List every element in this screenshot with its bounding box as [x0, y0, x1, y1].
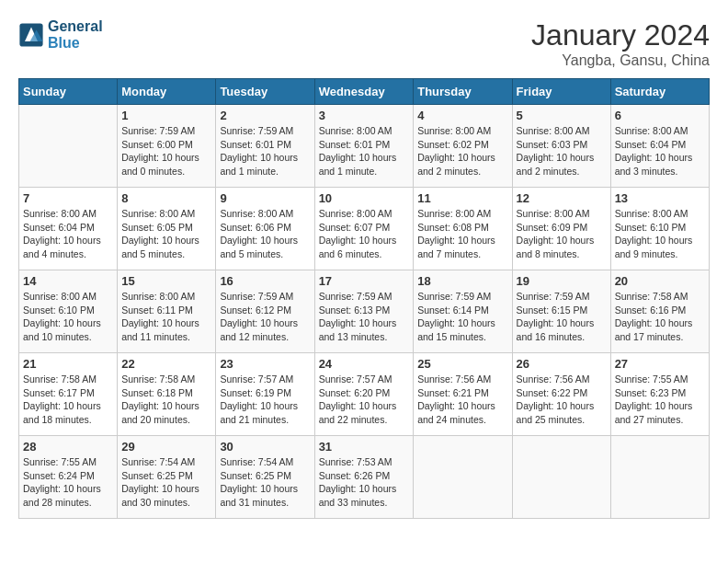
calendar-cell: 28Sunrise: 7:55 AM Sunset: 6:24 PM Dayli… — [19, 436, 118, 519]
day-info: Sunrise: 7:58 AM Sunset: 6:18 PM Dayligh… — [121, 373, 211, 427]
calendar-cell: 11Sunrise: 8:00 AM Sunset: 6:08 PM Dayli… — [414, 188, 512, 270]
day-info: Sunrise: 7:57 AM Sunset: 6:20 PM Dayligh… — [319, 373, 410, 427]
day-info: Sunrise: 8:00 AM Sunset: 6:10 PM Dayligh… — [23, 290, 113, 344]
day-number: 11 — [417, 191, 507, 205]
header-saturday: Saturday — [610, 79, 709, 105]
day-number: 23 — [220, 357, 310, 371]
day-number: 1 — [121, 109, 211, 122]
day-number: 7 — [23, 191, 113, 205]
day-number: 14 — [23, 274, 113, 288]
day-number: 15 — [121, 274, 211, 288]
calendar-cell: 7Sunrise: 8:00 AM Sunset: 6:04 PM Daylig… — [19, 188, 118, 270]
day-number: 18 — [417, 274, 507, 288]
day-info: Sunrise: 7:59 AM Sunset: 6:13 PM Dayligh… — [319, 290, 410, 344]
calendar-cell: 14Sunrise: 8:00 AM Sunset: 6:10 PM Dayli… — [19, 270, 118, 353]
calendar-cell: 22Sunrise: 7:58 AM Sunset: 6:18 PM Dayli… — [118, 353, 216, 436]
day-info: Sunrise: 7:59 AM Sunset: 6:00 PM Dayligh… — [121, 124, 211, 178]
day-number: 26 — [517, 357, 607, 371]
calendar-subtitle: Yangba, Gansu, China — [531, 52, 710, 69]
week-row-4: 21Sunrise: 7:58 AM Sunset: 6:17 PM Dayli… — [19, 353, 710, 436]
day-info: Sunrise: 8:00 AM Sunset: 6:04 PM Dayligh… — [615, 124, 705, 178]
calendar-cell: 24Sunrise: 7:57 AM Sunset: 6:20 PM Dayli… — [314, 353, 414, 436]
day-number: 28 — [23, 440, 113, 454]
calendar-cell: 19Sunrise: 7:59 AM Sunset: 6:15 PM Dayli… — [512, 270, 610, 353]
calendar-cell — [19, 105, 118, 188]
day-info: Sunrise: 8:00 AM Sunset: 6:10 PM Dayligh… — [615, 207, 705, 261]
header-thursday: Thursday — [414, 79, 512, 105]
page-header: General Blue January 2024 Yangba, Gansu,… — [18, 18, 710, 69]
calendar-cell: 31Sunrise: 7:53 AM Sunset: 6:26 PM Dayli… — [314, 436, 414, 519]
day-info: Sunrise: 7:58 AM Sunset: 6:16 PM Dayligh… — [615, 290, 705, 344]
day-info: Sunrise: 7:54 AM Sunset: 6:25 PM Dayligh… — [220, 455, 310, 510]
week-row-2: 7Sunrise: 8:00 AM Sunset: 6:04 PM Daylig… — [19, 188, 710, 270]
day-number: 6 — [615, 109, 705, 122]
calendar-cell: 1Sunrise: 7:59 AM Sunset: 6:00 PM Daylig… — [118, 105, 216, 188]
title-block: January 2024 Yangba, Gansu, China — [531, 18, 710, 69]
day-info: Sunrise: 8:00 AM Sunset: 6:06 PM Dayligh… — [220, 207, 310, 261]
calendar-cell: 25Sunrise: 7:56 AM Sunset: 6:21 PM Dayli… — [414, 353, 512, 436]
logo: General Blue — [18, 18, 103, 51]
day-number: 20 — [615, 274, 705, 288]
day-info: Sunrise: 7:59 AM Sunset: 6:12 PM Dayligh… — [220, 290, 310, 344]
calendar-cell: 30Sunrise: 7:54 AM Sunset: 6:25 PM Dayli… — [216, 436, 314, 519]
day-info: Sunrise: 7:56 AM Sunset: 6:21 PM Dayligh… — [417, 373, 507, 427]
day-info: Sunrise: 7:57 AM Sunset: 6:19 PM Dayligh… — [220, 373, 310, 427]
calendar-cell: 27Sunrise: 7:55 AM Sunset: 6:23 PM Dayli… — [610, 353, 709, 436]
week-row-1: 1Sunrise: 7:59 AM Sunset: 6:00 PM Daylig… — [19, 105, 710, 188]
day-info: Sunrise: 8:00 AM Sunset: 6:08 PM Dayligh… — [417, 207, 507, 261]
header-tuesday: Tuesday — [216, 79, 314, 105]
logo-text-line1: General — [48, 18, 103, 35]
day-number: 13 — [615, 191, 705, 205]
calendar-cell: 15Sunrise: 8:00 AM Sunset: 6:11 PM Dayli… — [118, 270, 216, 353]
calendar-title: January 2024 — [531, 18, 710, 52]
calendar-cell: 13Sunrise: 8:00 AM Sunset: 6:10 PM Dayli… — [610, 188, 709, 270]
day-info: Sunrise: 7:55 AM Sunset: 6:24 PM Dayligh… — [23, 455, 113, 510]
calendar-cell: 3Sunrise: 8:00 AM Sunset: 6:01 PM Daylig… — [314, 105, 414, 188]
day-info: Sunrise: 7:59 AM Sunset: 6:01 PM Dayligh… — [220, 124, 310, 178]
day-info: Sunrise: 7:54 AM Sunset: 6:25 PM Dayligh… — [121, 455, 211, 510]
day-info: Sunrise: 8:00 AM Sunset: 6:04 PM Dayligh… — [23, 207, 113, 261]
day-info: Sunrise: 7:58 AM Sunset: 6:17 PM Dayligh… — [23, 373, 113, 427]
day-number: 27 — [615, 357, 705, 371]
header-wednesday: Wednesday — [314, 79, 414, 105]
day-number: 10 — [319, 191, 410, 205]
day-info: Sunrise: 8:00 AM Sunset: 6:09 PM Dayligh… — [517, 207, 607, 261]
day-info: Sunrise: 8:00 AM Sunset: 6:05 PM Dayligh… — [121, 207, 211, 261]
calendar-table: SundayMondayTuesdayWednesdayThursdayFrid… — [18, 78, 710, 519]
day-number: 21 — [23, 357, 113, 371]
calendar-cell: 16Sunrise: 7:59 AM Sunset: 6:12 PM Dayli… — [216, 270, 314, 353]
calendar-cell: 20Sunrise: 7:58 AM Sunset: 6:16 PM Dayli… — [610, 270, 709, 353]
day-info: Sunrise: 8:00 AM Sunset: 6:02 PM Dayligh… — [417, 124, 507, 178]
day-number: 5 — [517, 109, 607, 122]
day-number: 17 — [319, 274, 410, 288]
day-info: Sunrise: 8:00 AM Sunset: 6:07 PM Dayligh… — [319, 207, 410, 261]
day-number: 29 — [121, 440, 211, 454]
day-info: Sunrise: 8:00 AM Sunset: 6:03 PM Dayligh… — [517, 124, 607, 178]
calendar-cell: 6Sunrise: 8:00 AM Sunset: 6:04 PM Daylig… — [610, 105, 709, 188]
calendar-cell: 23Sunrise: 7:57 AM Sunset: 6:19 PM Dayli… — [216, 353, 314, 436]
day-info: Sunrise: 8:00 AM Sunset: 6:01 PM Dayligh… — [319, 124, 410, 178]
day-number: 25 — [417, 357, 507, 371]
day-info: Sunrise: 8:00 AM Sunset: 6:11 PM Dayligh… — [121, 290, 211, 344]
logo-icon — [18, 22, 44, 48]
day-info: Sunrise: 7:59 AM Sunset: 6:14 PM Dayligh… — [417, 290, 507, 344]
calendar-header-row: SundayMondayTuesdayWednesdayThursdayFrid… — [19, 79, 710, 105]
day-info: Sunrise: 7:56 AM Sunset: 6:22 PM Dayligh… — [517, 373, 607, 427]
day-number: 19 — [517, 274, 607, 288]
day-number: 24 — [319, 357, 410, 371]
calendar-cell: 17Sunrise: 7:59 AM Sunset: 6:13 PM Dayli… — [314, 270, 414, 353]
calendar-cell: 21Sunrise: 7:58 AM Sunset: 6:17 PM Dayli… — [19, 353, 118, 436]
day-number: 31 — [319, 440, 410, 454]
header-sunday: Sunday — [19, 79, 118, 105]
calendar-cell — [610, 436, 709, 519]
week-row-3: 14Sunrise: 8:00 AM Sunset: 6:10 PM Dayli… — [19, 270, 710, 353]
day-info: Sunrise: 7:55 AM Sunset: 6:23 PM Dayligh… — [615, 373, 705, 427]
day-info: Sunrise: 7:53 AM Sunset: 6:26 PM Dayligh… — [319, 455, 410, 510]
calendar-cell: 9Sunrise: 8:00 AM Sunset: 6:06 PM Daylig… — [216, 188, 314, 270]
calendar-cell: 2Sunrise: 7:59 AM Sunset: 6:01 PM Daylig… — [216, 105, 314, 188]
calendar-cell: 4Sunrise: 8:00 AM Sunset: 6:02 PM Daylig… — [414, 105, 512, 188]
day-number: 16 — [220, 274, 310, 288]
day-number: 3 — [319, 109, 410, 122]
calendar-cell: 12Sunrise: 8:00 AM Sunset: 6:09 PM Dayli… — [512, 188, 610, 270]
day-number: 8 — [121, 191, 211, 205]
